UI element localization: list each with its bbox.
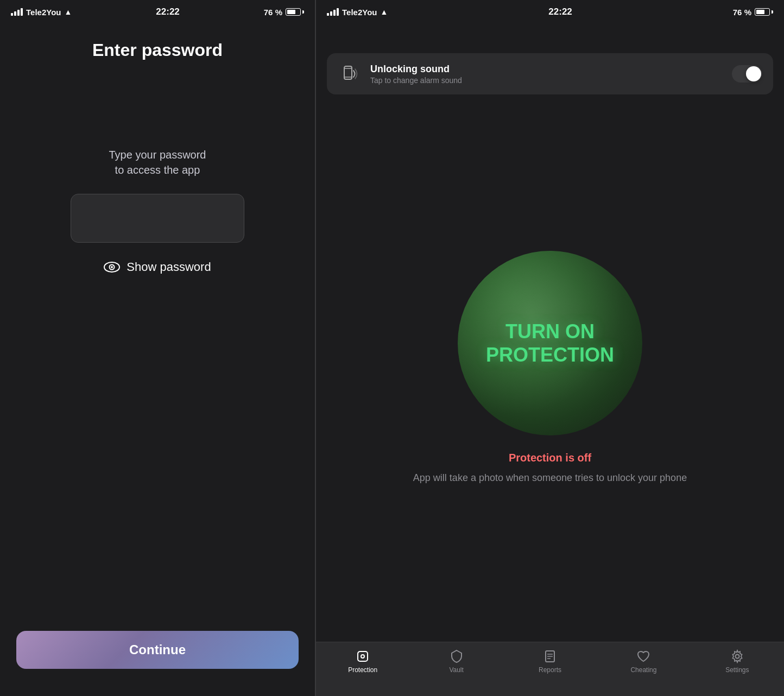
battery-area-right: 76 % [733, 8, 773, 17]
carrier-name-right: Tele2You [342, 8, 377, 17]
sound-subtitle: Tap to change alarm sound [370, 76, 723, 85]
tab-cheating[interactable]: Cheating [597, 649, 690, 674]
battery-icon-right [755, 8, 773, 16]
tab-icon-reports [542, 649, 558, 664]
svg-point-7 [361, 655, 364, 658]
tab-vault[interactable]: Vault [409, 649, 503, 674]
status-bar-right: Tele2You ▲ 22:22 76 % [316, 0, 784, 24]
time-left: 22:22 [156, 7, 179, 17]
tab-icon-protection [355, 649, 370, 664]
toggle-thumb [746, 66, 761, 81]
eye-icon [104, 259, 120, 275]
carrier-signal-left: Tele2You ▲ [11, 8, 72, 17]
page-title: Enter password [92, 40, 223, 60]
right-screen: Tele2You ▲ 22:22 76 % Unlocking sound [316, 0, 784, 696]
tab-bar: Protection Vault Reports [316, 642, 784, 696]
protection-description: App will take a photo when someone tries… [397, 471, 703, 485]
svg-point-2 [111, 266, 113, 268]
time-right: 22:22 [548, 7, 572, 17]
protection-status: Protection is off [509, 452, 591, 464]
sound-title: Unlocking sound [370, 64, 723, 75]
wifi-icon-left: ▲ [64, 8, 72, 16]
subtitle: Type your password to access the app [109, 147, 206, 178]
battery-icon-left [286, 8, 304, 16]
battery-area-left: 76 % [264, 8, 304, 17]
tab-label-cheating: Cheating [630, 666, 656, 674]
battery-percent-right: 76 % [733, 8, 751, 17]
tab-label-settings: Settings [725, 666, 749, 674]
password-input[interactable] [71, 194, 244, 243]
signal-icon [11, 8, 23, 16]
wifi-icon-right: ▲ [380, 8, 388, 16]
carrier-name-left: Tele2You [26, 8, 61, 17]
protection-circle-button[interactable]: TURN ON PROTECTION [458, 251, 642, 435]
signal-icon-right [327, 8, 339, 16]
carrier-signal-right: Tele2You ▲ [327, 8, 388, 17]
tab-icon-vault [449, 649, 464, 664]
svg-rect-6 [358, 651, 368, 661]
tab-reports[interactable]: Reports [503, 649, 597, 674]
status-bar-left: Tele2You ▲ 22:22 76 % [0, 0, 315, 24]
tab-icon-settings [730, 649, 745, 664]
sound-toggle-card[interactable]: Unlocking sound Tap to change alarm soun… [327, 53, 773, 94]
svg-point-12 [735, 655, 739, 659]
battery-percent-left: 76 % [264, 8, 282, 17]
sound-text-area: Unlocking sound Tap to change alarm soun… [370, 64, 723, 85]
tab-label-reports: Reports [539, 666, 561, 674]
show-password-row[interactable]: Show password [104, 259, 211, 275]
left-screen: Tele2You ▲ 22:22 76 % Enter password Typ… [0, 0, 315, 696]
main-area: TURN ON PROTECTION Protection is off App… [316, 105, 784, 642]
tab-label-vault: Vault [449, 666, 463, 674]
tab-protection[interactable]: Protection [316, 649, 409, 674]
turn-on-line1: TURN ON PROTECTION [486, 320, 614, 366]
continue-label: Continue [129, 642, 186, 657]
sound-icon [338, 62, 362, 86]
toggle-switch[interactable] [732, 65, 762, 83]
continue-button[interactable]: Continue [16, 631, 299, 669]
tab-label-protection: Protection [348, 666, 377, 674]
show-password-label: Show password [127, 260, 211, 274]
tab-settings[interactable]: Settings [691, 649, 784, 674]
tab-icon-cheating [636, 649, 651, 664]
